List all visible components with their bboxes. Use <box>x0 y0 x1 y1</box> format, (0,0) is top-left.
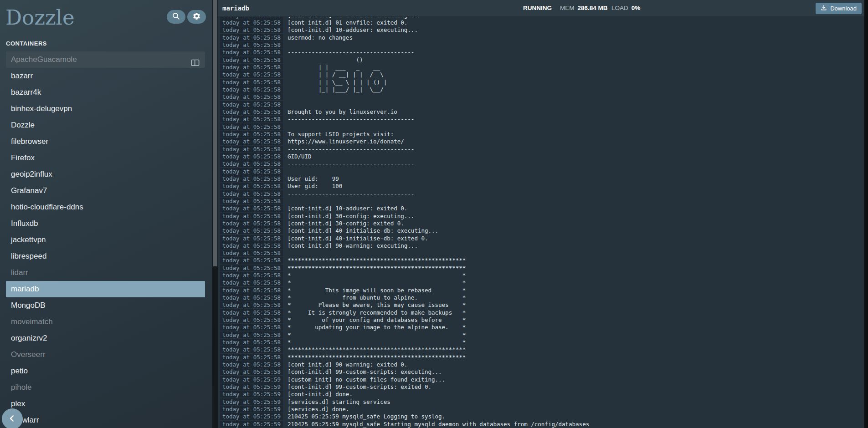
log-timestamp: today at 05:25:58 <box>220 34 283 41</box>
container-list: ApacheGuacamole bazarr bazarr4k binhex-d… <box>0 51 212 428</box>
log-row: today at 05:25:58 Brought to you by linu… <box>218 108 864 115</box>
sidebar-item-overseerr[interactable]: Overseerr <box>6 346 205 363</box>
container-name-label: librespeed <box>11 252 46 260</box>
log-message: [services.d] starting services <box>288 398 390 405</box>
log-timestamp: today at 05:25:58 <box>220 41 283 48</box>
container-name-label: petio <box>11 367 28 375</box>
log-message: * of your config and databases before * <box>288 316 466 323</box>
log-message: ------------------------------------- <box>288 146 414 153</box>
sidebar-item-librespeed[interactable]: librespeed <box>6 248 205 265</box>
log-row: today at 05:25:58 [cont-init.d] 90-warni… <box>218 242 864 249</box>
sidebar-item-apacheguacamole[interactable]: ApacheGuacamole <box>6 51 205 68</box>
vertical-scrollbar[interactable] <box>212 0 218 428</box>
log-message: [cont-init.d] 10-adduser: exited 0. <box>288 205 407 212</box>
log-row: today at 05:25:58 [cont-init.d] 01-envfi… <box>218 19 864 26</box>
sidebar-item-influxdb[interactable]: Influxdb <box>6 215 205 232</box>
sidebar-item-organizrv2[interactable]: organizrv2 <box>6 330 205 346</box>
log-row: today at 05:25:58 <box>218 41 864 48</box>
search-button[interactable] <box>167 10 185 24</box>
sidebar-item-petio[interactable]: petio <box>6 363 205 379</box>
log-row: today at 05:25:58 * * <box>218 279 864 286</box>
log-timestamp: today at 05:25:58 <box>220 146 283 153</box>
sidebar-item-bazarr4k[interactable]: bazarr4k <box>6 84 205 101</box>
log-row: today at 05:25:58 * It is strongly recom… <box>218 309 864 316</box>
container-name-label: lidarr <box>11 268 28 277</box>
log-message: * * <box>288 272 466 279</box>
sidebar-item-filebrowser[interactable]: filebrowser <box>6 133 205 150</box>
log-timestamp: today at 05:25:58 <box>220 64 283 71</box>
sidebar-item-grafanav7[interactable]: Grafanav7 <box>6 183 205 199</box>
settings-button[interactable] <box>187 10 206 24</box>
log-timestamp: today at 05:25:59 <box>220 421 283 428</box>
log-row: today at 05:25:58 * of your config and d… <box>218 316 864 323</box>
log-message: ------------------------------------- <box>288 116 414 122</box>
log-timestamp: today at 05:25:59 <box>220 406 283 413</box>
sidebar-collapse-button[interactable] <box>2 408 23 428</box>
log-row: today at 05:25:58 _ () <box>218 56 864 63</box>
log-message: ------------------------------------- <box>288 190 414 197</box>
log-message: ****************************************… <box>288 346 466 353</box>
log-timestamp: today at 05:25:58 <box>220 26 283 33</box>
scrollbar-thumb[interactable] <box>213 0 217 266</box>
sidebar-item-mongodb[interactable]: MongoDB <box>6 297 205 314</box>
download-button-label: Download <box>830 5 857 12</box>
log-timestamp: today at 05:25:58 <box>220 86 283 93</box>
log-scrollbar-track[interactable] <box>864 0 868 428</box>
log-row: today at 05:25:58 [cont-init.d] 99-custo… <box>218 368 864 376</box>
container-title: mariadb <box>222 5 249 12</box>
log-row: today at 05:25:58 [cont-init.d] 90-warni… <box>218 361 864 368</box>
container-name-label: binhex-delugevpn <box>11 104 72 113</box>
log-row: today at 05:25:58 |_| |___/ |_| \__/ <box>218 86 864 93</box>
log-row: today at 05:25:58 [cont-init.d] 10-addus… <box>218 205 864 212</box>
sidebar-item-moveimatch[interactable]: moveimatch <box>6 314 205 330</box>
sidebar-item-binhex-delugevpn[interactable]: binhex-delugevpn <box>6 101 205 117</box>
log-row: today at 05:25:58 * * <box>218 331 864 338</box>
containers-section-label: CONTAINERS <box>6 40 47 47</box>
log-row: today at 05:25:59 [cont-init.d] 99-custo… <box>218 383 864 390</box>
log-row: today at 05:25:58 **********************… <box>218 346 864 353</box>
log-row: today at 05:25:58 User gid: 100 <box>218 183 864 190</box>
container-name-label: geoip2influx <box>11 170 52 178</box>
log-timestamp: today at 05:25:58 <box>220 235 283 242</box>
log-message: |_| |___/ |_| \__/ <box>288 86 384 93</box>
sidebar-item-dozzle[interactable]: Dozzle <box>6 117 205 133</box>
log-message: [cont-init.d] 01-envfile: executing... <box>288 17 418 19</box>
log-timestamp: today at 05:25:58 <box>220 265 283 271</box>
log-message: * This image will soon be rebased * <box>288 287 466 294</box>
log-timestamp: today at 05:25:58 <box>220 361 283 368</box>
download-button[interactable]: Download <box>816 3 862 14</box>
log-timestamp: today at 05:25:58 <box>220 116 283 122</box>
memory-value: 286.84 MB <box>578 5 608 11</box>
container-name-label: mariadb <box>11 285 39 293</box>
log-row: today at 05:25:58 | | \__ \ | | | () | <box>218 78 864 86</box>
log-view: today at 05:25:58 [cont-init.d] 01-envfi… <box>218 17 864 428</box>
container-name-label: ApacheGuacamole <box>11 55 77 64</box>
log-message: [cont-init.d] 99-custom-scripts: exited … <box>288 383 431 390</box>
sidebar-item-jackettvpn[interactable]: jackettvpn <box>6 232 205 248</box>
log-row: today at 05:25:58 ----------------------… <box>218 160 864 168</box>
log-row: today at 05:25:58 ----------------------… <box>218 116 864 123</box>
sidebar-item-pihole[interactable]: pihole <box>6 379 205 396</box>
sidebar-item-lidarr[interactable]: lidarr <box>6 265 205 281</box>
log-row: today at 05:25:59 [custom-init] no custo… <box>218 376 864 383</box>
log-row: today at 05:25:58 **********************… <box>218 264 864 271</box>
sidebar-item-geoip2influx[interactable]: geoip2influx <box>6 166 205 183</box>
download-icon <box>821 5 827 12</box>
sidebar-item-plex[interactable]: plex <box>6 396 205 412</box>
log-message: | | \__ \ | | | () | <box>288 79 387 86</box>
sidebar-item-prowlarr[interactable]: prowlarr <box>6 412 205 428</box>
sidebar-item-hotio-cloudflare-ddns[interactable]: hotio-cloudflare-ddns <box>6 199 205 215</box>
log-message: https://www.linuxserver.io/donate/ <box>288 138 404 145</box>
log-timestamp: today at 05:25:58 <box>220 250 283 256</box>
log-message: * from ubuntu to alpine. * <box>288 294 466 301</box>
log-row: today at 05:25:58 ----------------------… <box>218 145 864 153</box>
log-message: | | / __| | | / \ <box>288 71 384 78</box>
container-name-label: Firefox <box>11 153 35 162</box>
container-name-label: bazarr4k <box>11 88 41 97</box>
log-timestamp: today at 05:25:58 <box>220 49 283 56</box>
sidebar-item-mariadb[interactable]: mariadb <box>6 281 205 297</box>
gear-icon <box>192 12 201 22</box>
sidebar-item-firefox[interactable]: Firefox <box>6 150 205 166</box>
log-message: [cont-init.d] 10-adduser: executing... <box>288 26 418 33</box>
sidebar-item-bazarr[interactable]: bazarr <box>6 68 205 84</box>
